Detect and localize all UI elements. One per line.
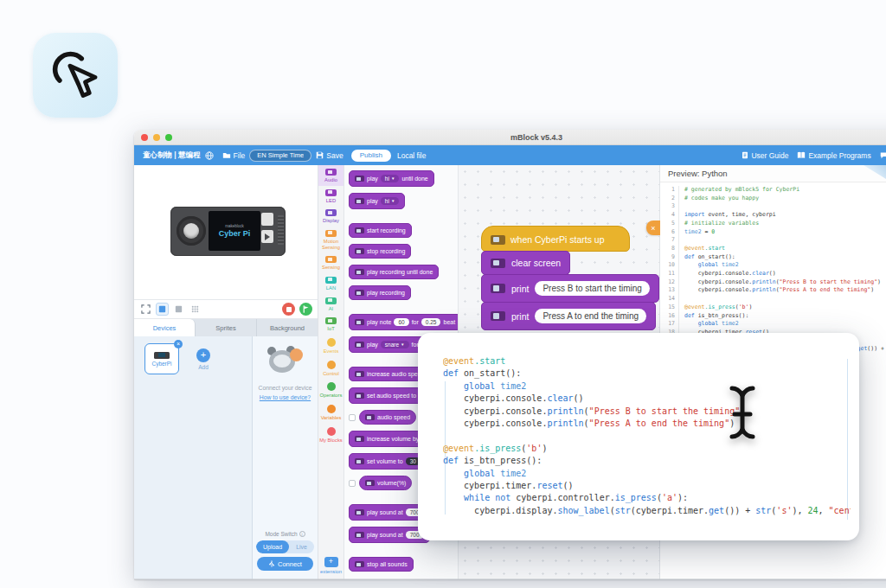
monitor-checkbox[interactable] — [349, 480, 356, 487]
cyberpi-chip-icon — [355, 319, 364, 325]
block-label: set audio speed to — [367, 393, 416, 399]
mode-upload[interactable]: Upload — [256, 540, 289, 553]
tab-sprites[interactable]: Sprites — [196, 319, 257, 336]
value-input[interactable]: 60 — [394, 318, 408, 326]
device-screen-brand: makeblock — [225, 224, 244, 228]
category-lan[interactable]: LAN — [318, 273, 343, 294]
remove-device-icon[interactable]: × — [174, 340, 183, 348]
print-value-input[interactable]: Press A to end the timing — [535, 309, 646, 323]
category-operators[interactable]: Operators — [318, 379, 343, 401]
line-number: 15 — [660, 304, 675, 312]
palette-block-play-recording[interactable]: play recording — [349, 285, 411, 300]
cyberpi-chip-icon — [355, 176, 364, 182]
palette-block-play[interactable]: playhi▼ — [349, 193, 405, 209]
palette-block-play-note[interactable]: play note60for0.25beat — [349, 314, 459, 330]
line-code: @event.start — [678, 245, 725, 253]
category-led[interactable]: LED — [318, 186, 343, 207]
category-label: Operators — [320, 393, 343, 399]
zoom-code-line: while not cyberpi.controller.is_press('a… — [443, 492, 851, 504]
code-line: 12 cyberpi.console.println("Press B to s… — [660, 278, 886, 287]
category-control[interactable]: Control — [318, 357, 343, 380]
palette-block-play-until-done[interactable]: playhi▼until done — [349, 170, 434, 187]
toolbar-right: User Guide Example Programs Feedback — [737, 151, 886, 160]
dropdown[interactable]: hi▼ — [381, 175, 400, 182]
palette-block-set-volume[interactable]: set volume to30 — [349, 453, 427, 470]
palette-block-volume-reporter[interactable]: volume(%) — [359, 476, 412, 490]
monitor-checkbox[interactable] — [349, 414, 356, 421]
add-extension-button[interactable]: + extension — [318, 557, 343, 579]
user-guide-icon — [742, 151, 748, 159]
cyberpi-chip-icon — [365, 480, 375, 486]
block-clear-screen[interactable]: clear screen — [481, 251, 570, 275]
category-icon — [327, 427, 336, 436]
palette-block-audio-speed-reporter[interactable]: audio speed — [359, 410, 416, 425]
local-file-button[interactable]: Local file — [393, 145, 431, 165]
category-ai[interactable]: AI — [318, 294, 343, 315]
category-motion-sensing[interactable]: Motion Sensing — [318, 227, 343, 252]
stage-run-controls — [282, 303, 312, 316]
zoomed-python-code: @event.startdef on_start(): global time2… — [443, 355, 851, 528]
category-audio[interactable]: Audio — [318, 165, 343, 186]
dropdown[interactable]: snare▼ — [381, 341, 409, 348]
mode-toggle[interactable]: Upload Live — [256, 540, 314, 553]
category-iot[interactable]: IoT — [318, 314, 343, 335]
stage-size-large-icon[interactable] — [172, 303, 185, 316]
language-button[interactable] — [201, 145, 218, 165]
block-label: play note — [367, 319, 391, 325]
stop-icon — [286, 307, 292, 312]
line-number: 14 — [660, 295, 675, 304]
connect-button[interactable]: Connect — [257, 557, 313, 571]
cyberpi-chip-icon — [355, 269, 364, 275]
palette-block-start-recording[interactable]: start recording — [349, 223, 412, 238]
value-input[interactable]: 0.25 — [421, 318, 441, 326]
block-print-b[interactable]: print Press B to start the timing — [481, 274, 659, 303]
green-flag-button[interactable] — [299, 303, 312, 316]
block-label: stop recording — [367, 248, 405, 254]
block-print-a[interactable]: print Press A to end the timing — [481, 302, 656, 330]
user-guide-button[interactable]: User Guide — [737, 151, 793, 160]
project-name-input[interactable] — [249, 150, 311, 162]
add-device-button[interactable]: + Add — [186, 343, 221, 374]
stage-minimize-icon[interactable] — [139, 303, 152, 316]
tab-background[interactable]: Background — [257, 319, 318, 336]
stage-grid-icon[interactable] — [189, 303, 202, 316]
stage-size-medium-icon[interactable] — [156, 303, 169, 316]
file-menu[interactable]: File — [218, 145, 250, 165]
category-icon — [325, 189, 337, 196]
publish-button[interactable]: Publish — [351, 150, 391, 162]
zoom-code-line: cyberpi.display.show_label(str(cyberpi.t… — [443, 505, 851, 517]
tab-devices[interactable]: Devices — [134, 319, 196, 336]
save-button[interactable]: Save — [311, 145, 347, 165]
cyberpi-chip-icon — [491, 284, 505, 293]
device-card-cyberpi[interactable]: × CyberPi — [144, 343, 179, 374]
print-value-input[interactable]: Press B to start the timing — [535, 281, 650, 296]
chevron-down-icon: ▼ — [391, 176, 395, 181]
category-display[interactable]: Display — [318, 206, 343, 227]
palette-block-stop-all-sounds[interactable]: stop all sounds — [349, 557, 414, 572]
category-my-blocks[interactable]: My Blocks — [318, 424, 343, 446]
cyberpi-chip-icon — [355, 290, 364, 296]
info-icon[interactable]: i — [299, 531, 305, 537]
dropdown[interactable]: hi▼ — [381, 197, 400, 205]
category-icon — [325, 169, 337, 176]
close-preview-tab[interactable]: × — [646, 220, 660, 235]
line-code: import event, time, cyberpi — [678, 211, 776, 220]
hat-block-when-cyberpi-starts[interactable]: when CyberPi starts up — [481, 226, 630, 252]
stop-button[interactable] — [282, 303, 295, 316]
category-variables[interactable]: Variables — [318, 401, 343, 424]
mode-live[interactable]: Live — [289, 540, 314, 553]
feedback-button[interactable]: Feedback — [876, 151, 886, 160]
line-number: 17 — [660, 320, 675, 329]
palette-block-play-recording-until-done[interactable]: play recording until done — [349, 265, 439, 279]
category-events[interactable]: Events — [318, 335, 343, 357]
palette-block-stop-recording[interactable]: stop recording — [349, 244, 411, 259]
palette-row: start recording — [349, 223, 458, 238]
connect-hint: Connect your device — [259, 385, 312, 391]
example-programs-button[interactable]: Example Programs — [793, 151, 875, 160]
cyberpi-chip-icon — [491, 311, 505, 321]
category-icon — [327, 405, 336, 413]
block-label: play — [367, 198, 378, 204]
how-to-use-device-link[interactable]: How to use device? — [260, 394, 311, 400]
category-icon — [325, 256, 337, 263]
category-sensing[interactable]: Sensing — [318, 252, 343, 273]
